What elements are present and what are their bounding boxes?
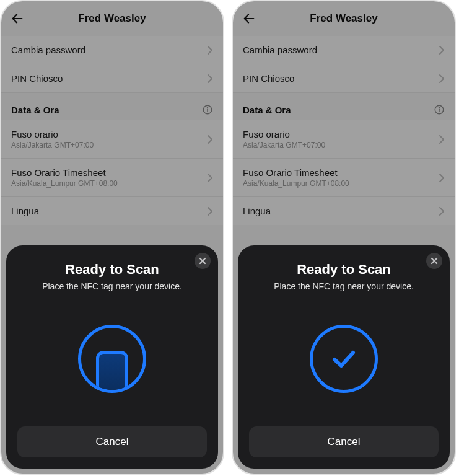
row-timesheet-timezone[interactable]: Fuso Orario Timesheet Asia/Kuala_Lumpur … [1,159,223,197]
row-sublabel: Asia/Jakarta GMT+07:00 [243,141,325,149]
app-header: Fred Weasley [1,1,223,36]
cancel-label: Cancel [328,436,361,448]
row-label: Fuso Orario Timesheet [243,167,349,178]
info-icon[interactable] [434,104,445,115]
row-kiosk-pin[interactable]: PIN Chiosco [1,64,223,93]
chevron-right-icon [439,173,445,183]
row-label: Cambia password [243,45,317,55]
checkmark-icon [327,342,361,376]
page-title: Fred Weasley [78,12,146,25]
close-button[interactable] [426,253,442,269]
chevron-right-icon [207,74,213,84]
sheet-title: Ready to Scan [297,262,391,278]
row-label: PIN Chiosco [243,73,294,84]
app-header: Fred Weasley [233,1,455,36]
row-sublabel: Asia/Kuala_Lumpur GMT+08:00 [11,179,118,188]
row-label: Lingua [243,206,271,216]
svg-point-9 [439,108,440,108]
section-title: Data & Ora [243,105,291,115]
sheet-subtitle: Place the NFC tag near your device. [274,281,414,291]
chevron-right-icon [439,206,445,216]
cancel-button[interactable]: Cancel [249,426,439,457]
chevron-right-icon [207,173,213,183]
row-label: Fuso orario [11,129,94,139]
row-change-password[interactable]: Cambia password [233,36,455,64]
nfc-graphic [17,291,207,426]
close-icon [430,257,439,265]
chevron-right-icon [207,45,213,55]
row-label: Fuso orario [243,129,325,139]
settings-list: Cambia password PIN Chiosco Data & Ora F… [1,36,223,225]
close-icon [198,257,207,265]
row-language[interactable]: Lingua [1,197,223,225]
page-title: Fred Weasley [310,12,377,25]
close-button[interactable] [195,253,211,269]
nfc-scan-sheet: Ready to Scan Place the NFC tag near you… [6,245,218,469]
back-button[interactable] [242,11,256,26]
row-timesheet-timezone[interactable]: Fuso Orario Timesheet Asia/Kuala_Lumpur … [233,159,455,197]
cancel-button[interactable]: Cancel [17,426,207,457]
row-sublabel: Asia/Jakarta GMT+07:00 [11,141,94,149]
sheet-subtitle: Place the NFC tag near your device. [42,281,182,291]
settings-list: Cambia password PIN Chiosco Data & Ora F… [233,36,455,225]
cancel-label: Cancel [96,436,129,448]
row-kiosk-pin[interactable]: PIN Chiosco [233,64,455,93]
info-icon[interactable] [202,104,213,115]
row-change-password[interactable]: Cambia password [1,36,223,64]
section-title: Data & Ora [11,105,59,115]
device-icon [96,351,128,393]
sheet-title: Ready to Scan [65,262,159,278]
section-datetime: Data & Ora [233,93,455,120]
row-label: PIN Chiosco [11,73,63,84]
chevron-right-icon [207,206,213,216]
section-datetime: Data & Ora [1,93,223,120]
row-timezone[interactable]: Fuso orario Asia/Jakarta GMT+07:00 [233,120,455,159]
back-button[interactable] [10,11,25,26]
nfc-graphic [249,291,439,426]
row-language[interactable]: Lingua [233,197,455,225]
chevron-right-icon [439,45,445,55]
row-timezone[interactable]: Fuso orario Asia/Jakarta GMT+07:00 [1,120,223,159]
chevron-right-icon [439,74,445,84]
arrow-left-icon [242,12,256,25]
row-sublabel: Asia/Kuala_Lumpur GMT+08:00 [243,179,349,188]
phone-screen-scanning: Fred Weasley Cambia password PIN Chiosco… [0,0,224,475]
svg-point-3 [208,108,208,108]
row-label: Cambia password [11,45,85,55]
chevron-right-icon [439,134,445,144]
phone-screen-success: Fred Weasley Cambia password PIN Chiosco… [232,0,456,475]
nfc-success-sheet: Ready to Scan Place the NFC tag near you… [238,245,450,469]
arrow-left-icon [11,12,24,25]
row-label: Fuso Orario Timesheet [11,167,118,178]
row-label: Lingua [11,206,39,216]
scan-circle-icon [78,325,146,393]
chevron-right-icon [207,134,213,144]
success-circle-icon [310,325,378,393]
